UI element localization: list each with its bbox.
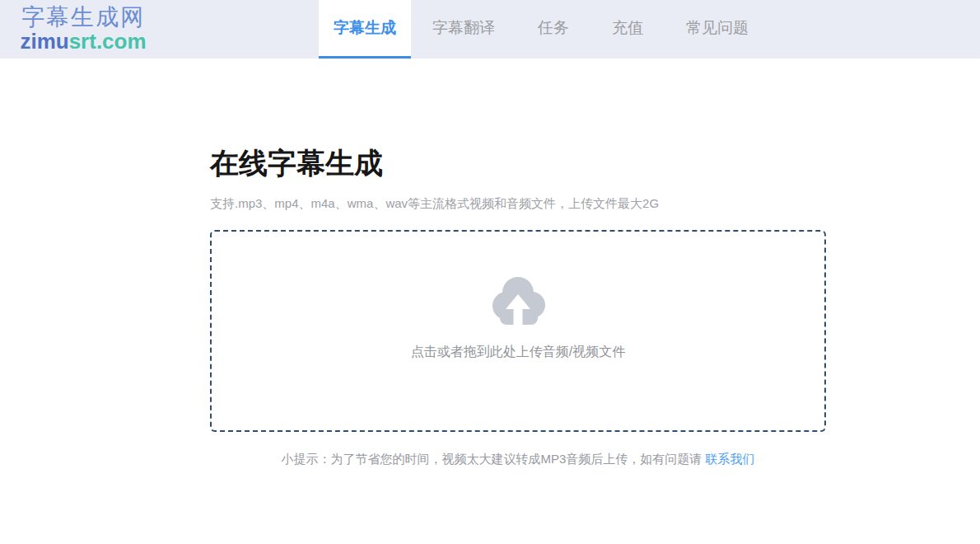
tip-text: 小提示：为了节省您的时间，视频太大建议转成MP3音频后上传，如有问题请 联系我们: [210, 452, 826, 467]
site-logo[interactable]: 字幕生成网 zimusrt.com: [4, 0, 162, 59]
tab-faq[interactable]: 常见问题: [665, 0, 770, 59]
site-logo-domain-teal: srt.com: [69, 29, 147, 54]
main-content: 在线字幕生成 支持.mp3、mp4、m4a、wma、wav等主流格式视频和音频文…: [210, 59, 826, 467]
page-subtitle: 支持.mp3、mp4、m4a、wma、wav等主流格式视频和音频文件，上传文件最…: [210, 196, 826, 212]
contact-us-link[interactable]: 联系我们: [706, 452, 755, 466]
main-nav: 字幕生成 字幕翻译 任务 充值 常见问题: [319, 0, 770, 59]
site-logo-cn: 字幕生成网: [4, 4, 162, 30]
site-logo-domain: zimusrt.com: [4, 30, 162, 52]
tab-subtitle-generate[interactable]: 字幕生成: [319, 0, 411, 59]
tip-prefix: 小提示：为了节省您的时间，视频太大建议转成MP3音频后上传，如有问题请: [281, 452, 705, 466]
header: 字幕生成网 zimusrt.com 字幕生成 字幕翻译 任务 充值 常见问题: [0, 0, 980, 59]
upload-dropzone[interactable]: 点击或者拖到此处上传音频/视频文件: [210, 230, 826, 432]
page-title: 在线字幕生成: [210, 146, 826, 181]
upload-hint-text: 点击或者拖到此处上传音频/视频文件: [411, 344, 625, 361]
tab-tasks[interactable]: 任务: [516, 0, 590, 59]
cloud-upload-icon: [490, 275, 546, 325]
tab-recharge[interactable]: 充值: [590, 0, 665, 59]
site-logo-domain-blue: zimu: [20, 29, 68, 54]
tab-subtitle-translate[interactable]: 字幕翻译: [411, 0, 516, 59]
